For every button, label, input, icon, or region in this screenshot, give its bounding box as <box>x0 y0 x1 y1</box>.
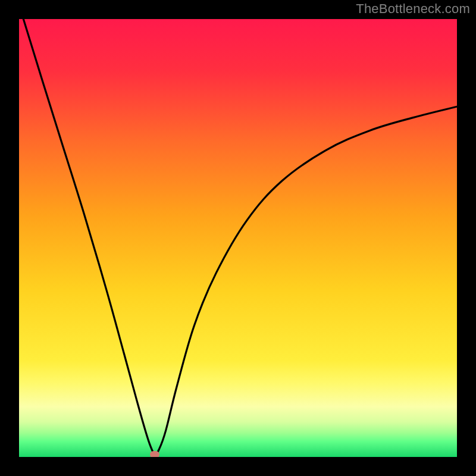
attribution-label: TheBottleneck.com <box>356 1 470 17</box>
optimal-point-marker <box>150 451 159 457</box>
plot-area <box>19 19 457 457</box>
chart-container: TheBottleneck.com <box>0 0 476 476</box>
bottleneck-curve <box>19 19 457 457</box>
